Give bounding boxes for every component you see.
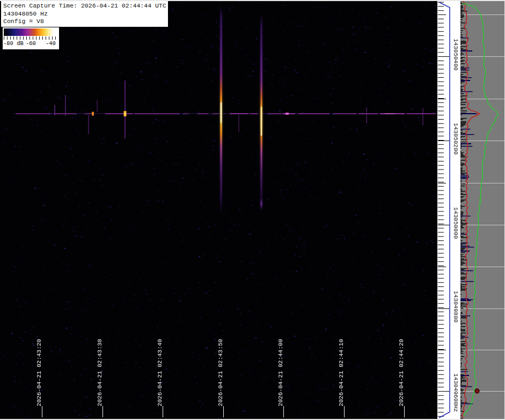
time-axis-tick: [404, 406, 405, 417]
color-scale-tick-ruler: [4, 36, 57, 40]
time-axis-label: 2026-04-21 02:43:50: [217, 339, 224, 406]
color-scale-gradient: [4, 28, 57, 36]
top-border: [0, 0, 505, 1]
time-axis-tick: [103, 406, 103, 417]
time-axis-label: 2026-04-21 02:44:00: [277, 339, 284, 406]
spectrum-lab-capture: Screen Capture Time: 2026-04-21 02:44:44…: [0, 0, 505, 420]
time-axis-label: 2026-04-21 02:44:20: [398, 339, 405, 406]
capture-info-box: Screen Capture Time: 2026-04-21 02:44:44…: [1, 1, 169, 27]
spectrum-side-panel: [460, 0, 505, 420]
legend-label-80db: -80 dB: [3, 40, 24, 47]
receiver-frequency-text: 143048050 Hz: [3, 10, 166, 18]
config-text: Config = V8: [3, 18, 166, 26]
legend-label-60db: -60: [26, 40, 36, 47]
time-axis-tick: [42, 406, 42, 417]
time-axis-tick: [344, 406, 345, 417]
time-axis-tick: [223, 406, 224, 417]
freq-axis-label: 143050400: [452, 39, 459, 70]
freq-axis-label: 143049600: [452, 373, 459, 405]
color-scale-legend: -80 dB -60 -40: [3, 27, 59, 49]
freq-axis-label: 143049800: [452, 291, 459, 322]
time-axis-label: 2026-04-21 02:44:10: [338, 339, 345, 406]
time-axis-tick: [283, 406, 284, 417]
freq-axis-label: 143050000: [452, 207, 459, 239]
time-axis-label: 2026-04-21 02:43:20: [36, 339, 42, 406]
capture-time-text: Screen Capture Time: 2026-04-21 02:44:44…: [3, 2, 166, 10]
time-axis-label: 2026-04-21 02:43:30: [97, 339, 103, 406]
freq-axis-label: 143050200: [452, 123, 459, 154]
freq-axis-unit: Hz: [452, 405, 459, 412]
time-axis-label: 2026-04-21 02:43:40: [157, 339, 163, 406]
legend-label-40db: -40: [46, 40, 56, 47]
time-axis-tick: [163, 406, 163, 417]
